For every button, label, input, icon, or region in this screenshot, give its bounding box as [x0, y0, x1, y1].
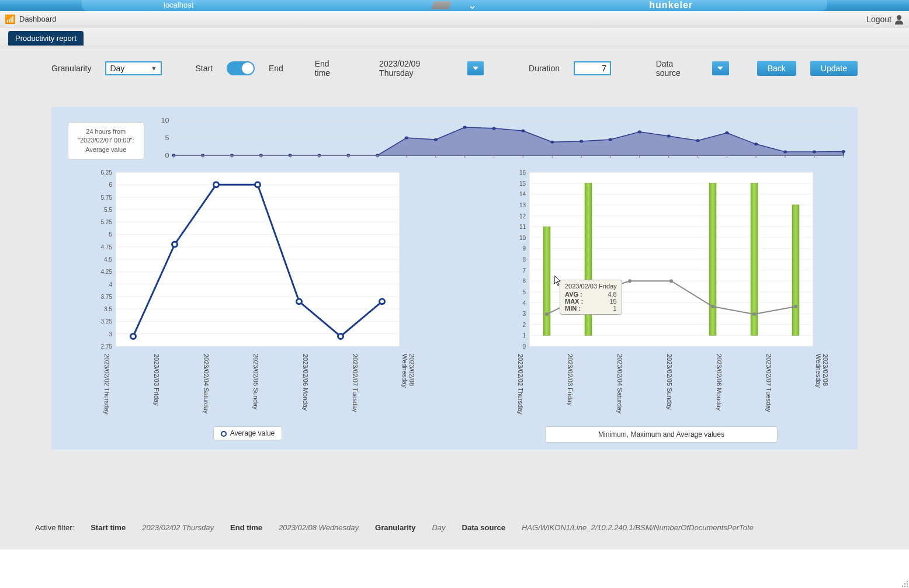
left-x-labels: 2023/02/02 Thursday2023/02/03 Friday2023… — [58, 354, 437, 418]
svg-point-138 — [711, 305, 714, 308]
x-axis-label: 2023/02/02 Thursday — [517, 354, 524, 418]
svg-point-134 — [545, 312, 549, 316]
svg-text:5: 5 — [165, 135, 169, 141]
x-axis-label: 2023/02/04 Saturday — [203, 354, 210, 418]
chevron-down-icon[interactable]: ⌄ — [468, 1, 477, 9]
svg-text:9: 9 — [522, 245, 526, 252]
x-axis-label: 2023/02/04 Saturday — [616, 354, 623, 418]
svg-point-90 — [255, 182, 261, 187]
footer-start-label: Start time — [91, 523, 126, 532]
right-x-labels: 2023/02/02 Thursday2023/02/03 Friday2023… — [472, 354, 851, 418]
svg-point-18 — [492, 127, 495, 130]
svg-text:4: 4 — [109, 281, 112, 288]
filter-controls: Granularity Day ▼ Start End End time 202… — [51, 59, 858, 78]
nav-row: 📶 Dashboard Logout — [0, 11, 909, 27]
svg-text:13: 13 — [519, 202, 526, 208]
granularity-label: Granularity — [51, 64, 91, 73]
x-axis-label: 2023/02/06 Monday — [716, 354, 723, 418]
granularity-select[interactable]: Day ▼ — [105, 61, 161, 75]
timeline-chart[interactable]: 0510 — [151, 117, 851, 164]
svg-text:1: 1 — [522, 332, 526, 339]
svg-point-25 — [696, 139, 699, 142]
tab-strip: Productivity report — [0, 27, 909, 47]
svg-point-17 — [463, 126, 466, 129]
svg-point-89 — [214, 182, 219, 187]
svg-point-27 — [754, 142, 758, 145]
svg-text:7: 7 — [522, 267, 526, 274]
svg-text:10: 10 — [161, 117, 169, 123]
timeline-info-box: 24 hours from "2023/02/07 00:00": Averag… — [68, 122, 144, 159]
circle-marker-icon — [221, 431, 227, 437]
toggle-knob — [242, 62, 254, 74]
average-line-chart[interactable]: 2.7533.253.53.7544.254.54.7555.255.55.75… — [58, 169, 437, 350]
svg-text:14: 14 — [519, 191, 526, 197]
svg-rect-129 — [543, 227, 550, 335]
datasource-label: Data source — [656, 59, 698, 78]
back-button[interactable]: Back — [757, 61, 796, 76]
parallelogram-icon[interactable] — [431, 1, 452, 9]
triangle-down-icon — [473, 67, 478, 70]
active-filter-bar: Active filter: Start time 2023/02/02 Thu… — [35, 523, 874, 532]
svg-text:0: 0 — [165, 152, 169, 158]
svg-text:4.25: 4.25 — [101, 269, 113, 275]
end-label: End — [269, 64, 283, 73]
svg-text:4.75: 4.75 — [101, 244, 113, 250]
logout-link[interactable]: Logout — [866, 15, 891, 24]
endtime-label: End time — [315, 59, 346, 78]
svg-point-30 — [841, 150, 845, 153]
svg-text:16: 16 — [519, 169, 526, 176]
svg-point-24 — [667, 135, 670, 138]
svg-point-16 — [433, 138, 437, 141]
legend-average: Average value — [213, 426, 283, 440]
svg-text:5.5: 5.5 — [104, 207, 112, 213]
svg-point-23 — [637, 130, 641, 133]
charts-row: 2.7533.253.53.7544.254.54.7555.255.55.75… — [58, 169, 851, 443]
active-filter-label: Active filter: — [35, 523, 74, 532]
duration-label: Duration — [529, 64, 560, 73]
svg-text:3.25: 3.25 — [101, 318, 113, 325]
svg-rect-131 — [709, 183, 716, 336]
x-axis-label: 2023/02/03 Friday — [153, 354, 160, 418]
endtime-value: 2023/02/09 Thursday — [379, 59, 453, 78]
footer-ds-label: Data source — [462, 523, 505, 532]
dashboard-link[interactable]: Dashboard — [19, 15, 57, 23]
brand-logo: hunkeler — [649, 0, 693, 11]
tab-productivity-report[interactable]: Productivity report — [8, 31, 84, 46]
minmaxavg-chart[interactable]: 012345678910111213141516 — [472, 169, 851, 350]
footer-start-value: 2023/02/02 Thursday — [142, 523, 214, 532]
svg-point-91 — [297, 299, 302, 304]
svg-point-26 — [725, 131, 728, 134]
start-end-toggle[interactable] — [227, 61, 255, 75]
duration-input[interactable] — [574, 61, 611, 75]
svg-text:2: 2 — [522, 322, 526, 328]
svg-text:15: 15 — [519, 180, 526, 187]
svg-point-136 — [628, 279, 632, 283]
x-axis-label: 2023/02/05 Sunday — [666, 354, 673, 418]
start-label: Start — [195, 64, 213, 73]
update-button[interactable]: Update — [810, 61, 858, 76]
svg-text:5: 5 — [109, 231, 112, 238]
top-center-icons: ⌄ — [433, 1, 477, 9]
info-line3: Average value — [78, 145, 134, 154]
svg-point-21 — [579, 140, 582, 143]
svg-text:2.75: 2.75 — [101, 343, 113, 350]
svg-point-88 — [172, 242, 178, 247]
x-axis-label: 2023/02/06 Monday — [302, 354, 309, 418]
svg-point-28 — [783, 151, 786, 154]
svg-point-137 — [669, 279, 673, 283]
nav-right[interactable]: Logout — [866, 14, 904, 25]
svg-text:5.25: 5.25 — [101, 219, 113, 225]
footer-end-label: End time — [230, 523, 262, 532]
endtime-datepicker-button[interactable] — [467, 61, 484, 75]
legend-minmaxavg: Minimum, Maximum and Average values — [545, 426, 778, 443]
user-icon — [894, 14, 904, 25]
info-line1: 24 hours from — [78, 127, 134, 136]
svg-text:11: 11 — [519, 224, 526, 230]
svg-point-140 — [794, 305, 797, 308]
svg-point-93 — [380, 299, 385, 304]
x-axis-label: 2023/02/02 Thursday — [103, 354, 110, 418]
datasource-dropdown-button[interactable] — [712, 61, 729, 75]
svg-point-15 — [404, 137, 408, 140]
svg-point-0 — [897, 15, 901, 20]
host-label: localhost — [164, 1, 193, 9]
